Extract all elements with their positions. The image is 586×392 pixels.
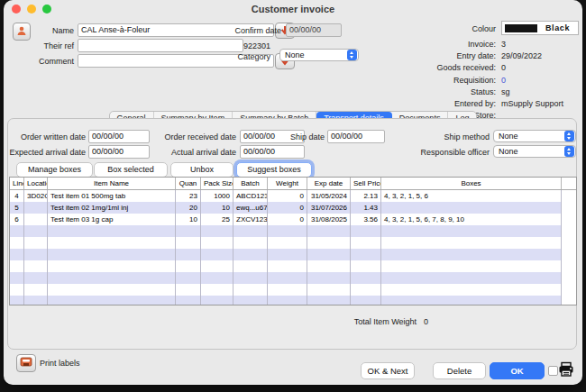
their-ref-label: Their ref [22,41,74,50]
info-label-entry-date-: Entry date: [328,51,496,60]
ok-next-button[interactable]: OK & Next [361,362,415,379]
info-label-invoice-: Invoice: [328,40,496,49]
ship-date-input[interactable]: 00/00/00 [327,130,385,143]
colour-swatch [505,24,537,32]
printer-icon[interactable] [558,361,574,381]
order-written-date-input[interactable]: 00/00/00 [88,130,150,143]
ok-button[interactable]: OK [490,362,545,379]
colour-value: Black [537,23,578,32]
actual-arrival-date-input[interactable]: 00/00/00 [240,145,305,159]
ship-method-select[interactable]: None [493,130,576,142]
table-gutter [562,178,577,189]
info-label-goods-received-: Goods received: [328,63,496,72]
label-printer-icon [20,355,32,371]
box-selected-button[interactable]: Box selected [94,162,168,178]
table-row[interactable]: 6Test item 03 1g cap1025ZXCV1234031/08/2… [10,214,576,225]
suggest-boxes-button[interactable]: Suggest boxes [236,162,312,178]
table-empty-row[interactable] [10,296,576,305]
column-header-sell-price[interactable]: Sell Price [351,178,381,189]
table-empty-row[interactable] [10,284,576,296]
table-header-row: LineLocationItem NameQuanPack SizeBatchW… [10,178,576,190]
column-header-boxes[interactable]: Boxes [381,178,562,189]
table-row[interactable]: 5Test item 02 1mg/1ml inj2010ewq...u6780… [10,202,576,214]
expected-arrival-date-label: Expected arrival date [7,148,86,157]
info-value-entry-date-: 29/09/2022 [501,51,542,60]
invoice-ref-number: 922301 [243,41,270,50]
order-received-date-label: Order received date [157,132,236,141]
dropdown-stepper-icon [564,131,574,141]
column-header-batch[interactable]: Batch [233,178,268,189]
info-label-entered-by-: Entered by: [328,99,496,108]
responsible-officer-value: None [499,147,564,156]
info-value-status-: sg [501,87,510,96]
responsible-officer-label: Responsible officer [417,148,490,157]
manage-boxes-button[interactable]: Manage boxes [16,162,93,178]
order-written-date-label: Order written date [7,132,86,141]
responsible-officer-select[interactable]: None [493,145,576,158]
ship-method-label: Ship method [417,132,490,141]
actual-arrival-date-label: Actual arrival date [157,148,236,157]
column-header-exp-date[interactable]: Exp date [307,178,351,189]
print-labels-button[interactable] [16,354,36,372]
expected-arrival-date-input[interactable]: 00/00/00 [88,145,150,159]
items-table: LineLocationItem NameQuanPack SizeBatchW… [9,177,577,305]
total-item-weight-label: Total Item Weight [256,317,417,326]
column-header-pack-size[interactable]: Pack Size [201,178,233,189]
info-label-requisition-: Requisition: [328,76,496,85]
print-labels-label: Print labels [40,359,80,368]
colour-select[interactable]: Black [501,21,579,35]
info-label-status-: Status: [328,87,496,96]
table-empty-row[interactable] [10,260,576,272]
colour-label: Colour [328,24,496,33]
print-checkbox[interactable] [548,366,558,376]
table-row[interactable]: 43D02CTest item 01 500mg tab231000ABCD12… [10,190,576,202]
dropdown-stepper-icon [564,146,574,157]
info-value-requisition-[interactable]: 0 [501,76,506,85]
their-ref-input[interactable] [78,39,243,52]
info-value-invoice-: 3 [501,40,506,49]
total-item-weight-value: 0 [424,317,428,326]
comment-label: Comment [22,57,74,66]
ship-date-label: Ship date [274,132,325,141]
info-value-entered-by-: mSupply Support [501,99,563,108]
window-title: Customer invoice [4,4,582,14]
column-header-item-name[interactable]: Item Name [48,178,176,189]
column-header-quan[interactable]: Quan [176,178,201,189]
delete-button[interactable]: Delete [433,362,486,379]
title-bar: Customer invoice [4,0,582,18]
info-value-goods-received-: 0 [501,63,506,72]
unbox-button[interactable]: Unbox [170,162,233,178]
table-empty-row[interactable] [10,237,576,249]
column-header-weight[interactable]: Weight [268,178,307,189]
name-label: Name [22,26,74,35]
category-label: Category [211,52,270,61]
table-empty-row[interactable] [10,272,576,284]
table-empty-row[interactable] [10,225,576,237]
column-header-location[interactable]: Location [24,178,48,189]
table-empty-row[interactable] [10,249,576,260]
customer-invoice-window: Customer invoice Name CAL Anse-à-Foleur … [4,0,582,385]
ship-method-value: None [499,132,564,141]
column-header-line[interactable]: Line [10,178,24,189]
confirm-date-label: Confirm date [211,26,281,35]
